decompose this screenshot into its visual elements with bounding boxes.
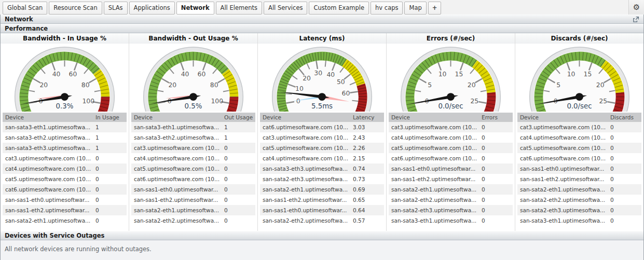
device-cell: cat6.uptimesoftware.com (10... bbox=[389, 153, 481, 163]
table-row: san-sata2-eth1.uptimesoftwa...0 bbox=[517, 184, 641, 195]
value-column-header: Out Usage bbox=[223, 113, 255, 122]
tick-label: 25 bbox=[599, 98, 607, 105]
needle-hub bbox=[447, 93, 455, 101]
tick-label: 20 bbox=[303, 75, 311, 82]
value-cell: 0.73 bbox=[352, 174, 384, 184]
device-table-body: cat3.uptimesoftware.com (10...0cat4.upti… bbox=[389, 122, 513, 226]
table-row: san-sata3-eth1.uptimesoftwa...1 bbox=[3, 122, 127, 132]
value-cell: 0 bbox=[481, 122, 513, 132]
gauge-value-label: 0.0/sec bbox=[567, 102, 592, 110]
value-cell: 0 bbox=[609, 122, 641, 132]
tab-all-services[interactable]: All Services bbox=[264, 2, 307, 15]
device-cell: cat3.uptimesoftware.com (10... bbox=[3, 153, 94, 163]
device-cell: cat4.uptimesoftware.com (10... bbox=[3, 163, 94, 174]
value-cell: 0 bbox=[223, 195, 255, 205]
value-cell: 0 bbox=[223, 184, 255, 195]
tab-network[interactable]: Network bbox=[176, 2, 214, 15]
tab-slas[interactable]: SLAs bbox=[104, 2, 128, 15]
network-header-bar: Network bbox=[1, 15, 643, 24]
device-cell: san-sata2-eth1.uptimesoftwa... bbox=[3, 215, 94, 226]
value-cell: 1 bbox=[94, 122, 127, 132]
minor-tick bbox=[323, 52, 324, 60]
page-title: Network bbox=[5, 16, 33, 23]
dashboard-frame: Network Performance Bandwidth - In Usage… bbox=[0, 15, 644, 260]
table-row: cat4.uptimesoftware.com (10...0 bbox=[389, 132, 513, 143]
device-cell: san-sas1-eth2.uptimesoftwar... bbox=[389, 174, 481, 184]
device-column-header: Device bbox=[517, 113, 609, 122]
tab-global-scan[interactable]: Global Scan bbox=[3, 2, 47, 15]
device-cell: san-sata3-eth1.uptimesoftwa... bbox=[389, 215, 481, 226]
needle-hub bbox=[61, 93, 68, 101]
value-cell: 0 bbox=[94, 153, 127, 163]
device-cell: san-sas1-eth2.uptimesoftwar... bbox=[260, 195, 352, 205]
tick-label: 5 bbox=[556, 81, 560, 89]
tick-label: 10 bbox=[295, 85, 304, 92]
table-row: san-sata3-eth1.uptimesoftwa...1 bbox=[131, 122, 255, 132]
settings-button[interactable]: ⚙ bbox=[628, 0, 644, 15]
value-cell: 3.03 bbox=[352, 122, 384, 132]
table-row: san-sata2-eth1.uptimesoftwa...0.69 bbox=[260, 184, 384, 195]
tab-all-elements[interactable]: All Elements bbox=[216, 2, 263, 15]
device-cell: san-sata2-eth3.uptimesoftwa... bbox=[389, 205, 481, 215]
device-cell: san-sata2-eth3.uptimesoftwa... bbox=[260, 174, 352, 184]
value-cell: 0 bbox=[609, 153, 641, 163]
device-column-header: Device bbox=[389, 113, 481, 122]
table-row: san-sas1-eth2.uptimesoftwar...0 bbox=[3, 205, 127, 215]
device-cell: san-sata3-eth2.uptimesoftwa... bbox=[3, 132, 94, 143]
table-row: cat5.uptimesoftware.com (10...0 bbox=[517, 143, 641, 153]
device-cell: cat5.uptimesoftware.com (10... bbox=[131, 163, 223, 174]
tab-map[interactable]: Map bbox=[404, 2, 426, 15]
value-cell: 0 bbox=[94, 174, 127, 184]
tick-label: 100 bbox=[211, 98, 223, 105]
value-cell: 0 bbox=[609, 132, 641, 143]
device-cell: san-sas1-eth0.uptimesoftwar... bbox=[389, 163, 481, 174]
device-column-header: Device bbox=[3, 113, 94, 122]
device-cell: cat3.uptimesoftware.com (10... bbox=[517, 122, 609, 132]
table-row: cat6.uptimesoftware.com (10...0 bbox=[389, 153, 513, 163]
tab-custom-example[interactable]: Custom Example bbox=[309, 2, 369, 15]
table-row: san-sata2-eth1.uptimesoftwa...0 bbox=[3, 215, 127, 226]
table-row: san-sata2-eth1.uptimesoftwa...0 bbox=[389, 184, 513, 195]
tab-hv-caps[interactable]: hv caps bbox=[371, 2, 403, 15]
device-cell: cat5.uptimesoftware.com (10... bbox=[260, 143, 352, 153]
device-cell: cat3.uptimesoftware.com (10... bbox=[389, 122, 481, 132]
value-cell: 0 bbox=[94, 205, 127, 215]
device-table: DeviceLatencycat6.uptimesoftware.com (10… bbox=[260, 113, 384, 226]
value-cell: 2.43 bbox=[352, 132, 384, 143]
gear-icon: ⚙ bbox=[633, 3, 640, 12]
value-cell: 0 bbox=[481, 195, 513, 205]
table-row: cat3.uptimesoftware.com (10...0 bbox=[389, 122, 513, 132]
gauge-title: Bandwidth - Out Usage % bbox=[129, 33, 257, 44]
device-cell: cat4.uptimesoftware.com (10... bbox=[517, 132, 609, 143]
table-header-row: DeviceLatency bbox=[260, 113, 384, 122]
device-table-head: DeviceDiscards bbox=[517, 113, 641, 122]
open-in-new-window-icon[interactable] bbox=[632, 16, 639, 23]
device-cell: san-sata2-eth2.uptimesoftwa... bbox=[260, 215, 352, 226]
tick-label: 20 bbox=[168, 81, 176, 89]
device-table-head: DeviceLatency bbox=[260, 113, 384, 122]
outages-message: All network devices are running without … bbox=[1, 240, 643, 260]
device-cell: cat5.uptimesoftware.com (10... bbox=[389, 143, 481, 153]
gauge-container: 0204060801000.5% bbox=[129, 44, 257, 112]
value-cell: 1 bbox=[223, 122, 255, 132]
device-cell: san-sata3-eth2.uptimesoftwa... bbox=[131, 132, 223, 143]
value-cell: 2.26 bbox=[352, 143, 384, 153]
value-cell: 0 bbox=[609, 195, 641, 205]
tab-resource-scan[interactable]: Resource Scan bbox=[49, 2, 102, 15]
value-cell: 2.15 bbox=[352, 153, 384, 163]
device-cell: cat3.uptimesoftware.com (10... bbox=[260, 132, 352, 143]
table-row: san-sata3-eth1.uptimesoftwa...0 bbox=[389, 215, 513, 226]
table-row: cat6.uptimesoftware.com (10...0 bbox=[517, 153, 641, 163]
tab-bar: Global ScanResource ScanSLAsApplications… bbox=[0, 0, 644, 15]
gauge-panel-bandwidth-in-usage: Bandwidth - In Usage %0204060801000.3%De… bbox=[1, 33, 129, 231]
device-cell: san-sata2-eth1.uptimesoftwa... bbox=[517, 184, 609, 195]
table-row: san-sas1-eth0.uptimesoftwar...0 bbox=[389, 163, 513, 174]
table-header-row: DeviceOut Usage bbox=[131, 113, 255, 122]
tab-applications[interactable]: Applications bbox=[129, 2, 175, 15]
device-cell: san-sas1-eth0.uptimesoftwar... bbox=[3, 195, 94, 205]
add-tab-button[interactable]: + bbox=[428, 2, 442, 15]
tick-label: 60 bbox=[198, 71, 206, 78]
tick-label: 40 bbox=[52, 71, 61, 78]
value-cell: 0 bbox=[223, 174, 255, 184]
value-column-header: In Usage bbox=[94, 113, 127, 122]
